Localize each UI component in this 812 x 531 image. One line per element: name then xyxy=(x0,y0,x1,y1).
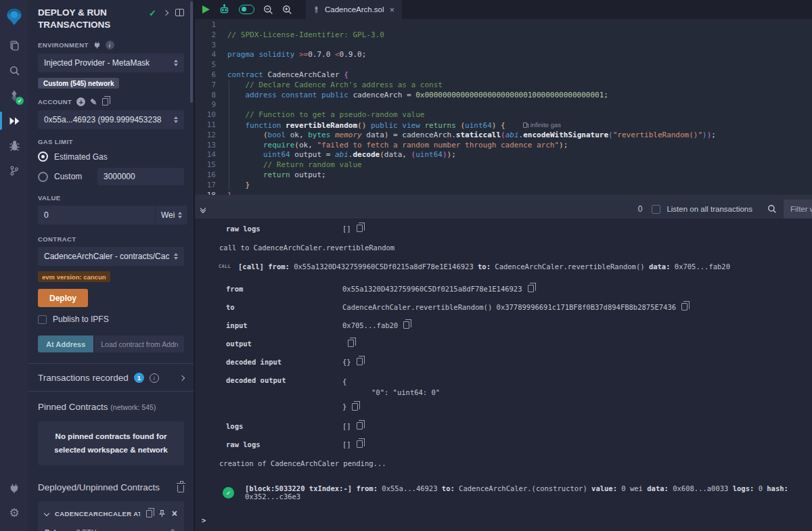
copy-icon[interactable] xyxy=(357,225,363,232)
pinned-contracts-title: Pinned Contracts (network: 545) xyxy=(38,402,184,412)
account-select[interactable]: 0x55a...46923 (999.9999453238 xyxy=(38,110,184,129)
tab-cadencearch[interactable]: CadenceArch.sol × xyxy=(306,0,402,19)
line-number: 10 xyxy=(195,110,227,120)
copy-icon[interactable] xyxy=(403,321,409,329)
code-line-12[interactable]: 12 (bool ok, bytes memory data) = cadenc… xyxy=(195,131,812,141)
file-explorer-icon[interactable] xyxy=(0,33,28,58)
code-line-4[interactable]: 4pragma solidity >=0.7.0 <0.9.0; xyxy=(195,50,812,60)
terminal-kv-row: input0x705...fab20 xyxy=(226,321,812,329)
code-line-1[interactable]: 1 xyxy=(195,20,812,30)
add-account-icon[interactable]: + xyxy=(76,97,85,106)
terminal-kv-row: output xyxy=(226,340,812,348)
pin-panel-icon[interactable] xyxy=(175,9,184,16)
checkbox-icon[interactable] xyxy=(38,315,47,324)
trash-icon[interactable] xyxy=(177,485,184,492)
edit-balance-icon[interactable]: ✎ xyxy=(171,528,177,531)
code-line-2[interactable]: 2// SPDX-License-Identifier: GPL-3.0 xyxy=(195,30,812,41)
terminal-search-icon[interactable] xyxy=(767,204,777,214)
copy-icon[interactable] xyxy=(348,340,354,347)
zoom-in-icon[interactable] xyxy=(282,5,292,15)
terminal-prompt[interactable]: > xyxy=(202,516,812,524)
code-line-9[interactable]: 9 xyxy=(195,100,812,110)
contract-select[interactable]: CadenceArchCaler - contracts/Cac xyxy=(38,247,184,266)
code-line-5[interactable]: 5 xyxy=(195,60,812,70)
copy-icon[interactable] xyxy=(681,303,687,310)
terminal-kv-multiline-row: decoded output{"0": "uint64: 0"} xyxy=(226,376,812,412)
deploy-button[interactable]: Deploy xyxy=(38,289,88,307)
radio-icon[interactable] xyxy=(38,172,48,182)
environment-select[interactable]: Injected Provider - MetaMask xyxy=(38,53,184,72)
expand-terminal-icon[interactable] xyxy=(201,206,205,212)
balance-text: Balance: 0 ETH xyxy=(45,528,96,531)
settings-icon[interactable]: ⚙ xyxy=(0,501,28,526)
copy-icon[interactable] xyxy=(357,358,363,365)
value-unit-select[interactable]: Wei xyxy=(155,206,187,225)
pin-icon[interactable] xyxy=(158,509,166,517)
deploy-run-icon[interactable] xyxy=(0,108,28,133)
at-address-input[interactable] xyxy=(95,336,184,352)
copy-icon[interactable] xyxy=(357,440,363,448)
copy-icon[interactable] xyxy=(528,285,534,292)
terminal-kv-row: logs[] xyxy=(226,422,812,430)
source-control-icon[interactable] xyxy=(0,158,28,183)
code-line-14[interactable]: 14 uint64 output = abi.decode(data, (uin… xyxy=(195,150,812,160)
remix-ide-window: ✓ xyxy=(0,0,812,531)
estimated-gas-option[interactable]: Estimated Gas xyxy=(38,152,184,162)
chevron-right-icon[interactable] xyxy=(179,375,185,380)
code-line-7[interactable]: 7 // Declare Cadence Arch's address as a… xyxy=(195,80,812,91)
copy-address-icon[interactable] xyxy=(146,510,152,517)
code-line-17[interactable]: 17 } xyxy=(195,181,812,191)
icon-sidebar: ✓ xyxy=(0,0,28,531)
chevron-right-icon[interactable] xyxy=(163,10,168,16)
transactions-count-badge: 1 xyxy=(134,373,144,383)
terminal-filter-input[interactable] xyxy=(784,200,812,218)
code-line-16[interactable]: 16 return output; xyxy=(195,170,812,181)
publish-ipfs-option[interactable]: Publish to IPFS xyxy=(38,315,184,324)
publish-ipfs-text: Publish to IPFS xyxy=(53,315,109,324)
line-number: 4 xyxy=(195,50,227,60)
copilot-toggle[interactable] xyxy=(239,5,254,14)
sign-message-icon[interactable]: ✎ xyxy=(90,98,97,106)
close-icon[interactable]: × xyxy=(172,509,177,518)
value-input[interactable] xyxy=(38,206,155,225)
remix-logo-icon[interactable] xyxy=(0,3,28,30)
terminal-block-row[interactable]: ✓[block:5033220 txIndex:-] from: 0x55a..… xyxy=(223,484,812,501)
copy-account-icon[interactable] xyxy=(102,98,108,106)
search-icon[interactable] xyxy=(0,58,28,83)
code-line-8[interactable]: 8 address constant public cadenceArch = … xyxy=(195,91,812,101)
code-line-10[interactable]: 10 // Function to get a pseudo-random va… xyxy=(195,110,812,120)
radio-selected-icon[interactable] xyxy=(38,152,48,162)
code-line-11[interactable]: 11 function revertibleRandom() public vi… xyxy=(195,120,812,131)
environment-info-icon[interactable]: i xyxy=(106,41,114,49)
plugin-manager-icon[interactable] xyxy=(0,476,28,501)
solidity-compiler-icon[interactable]: ✓ xyxy=(0,83,28,108)
at-address-button[interactable]: At Address xyxy=(38,336,93,352)
code-line-3[interactable]: 3 xyxy=(195,41,812,51)
run-script-icon[interactable] xyxy=(202,5,210,14)
line-number: 5 xyxy=(195,60,227,70)
debugger-icon[interactable] xyxy=(0,133,28,158)
transactions-recorded-row[interactable]: Transactions recorded 1 i xyxy=(38,364,184,391)
terminal-call-row[interactable]: call[call] from: 0x55a1320D432759960C5Df… xyxy=(219,262,812,271)
code-line-6[interactable]: 6contract CadenceArchCaler { xyxy=(195,70,812,80)
listen-checkbox[interactable] xyxy=(652,205,660,214)
line-number: 16 xyxy=(195,170,227,181)
editor-scrollbar[interactable] xyxy=(195,195,812,200)
custom-gas-option[interactable]: Custom xyxy=(38,168,184,185)
infinite-gas-badge: infinite gas xyxy=(523,120,561,131)
close-tab-icon[interactable]: × xyxy=(390,5,395,15)
copy-icon[interactable] xyxy=(357,422,363,430)
ai-assistant-icon[interactable] xyxy=(219,4,230,15)
code-line-13[interactable]: 13 require(ok, "failed to fetch a random… xyxy=(195,141,812,151)
panel-scrollbar[interactable] xyxy=(190,1,193,103)
custom-gas-input[interactable] xyxy=(97,168,184,185)
transactions-info-icon[interactable]: i xyxy=(150,373,159,383)
zoom-out-icon[interactable] xyxy=(263,5,273,15)
environment-label: ENVIRONMENT i xyxy=(38,41,184,49)
code-editor[interactable]: 12// SPDX-License-Identifier: GPL-3.034p… xyxy=(195,19,812,200)
copy-icon[interactable] xyxy=(352,403,358,411)
chevron-down-icon[interactable] xyxy=(44,511,49,516)
terminal-log[interactable]: raw logs[]call to CadenceArchCaler.rever… xyxy=(195,218,812,531)
plug-icon xyxy=(93,41,101,49)
code-line-15[interactable]: 15 // Return random value xyxy=(195,160,812,170)
